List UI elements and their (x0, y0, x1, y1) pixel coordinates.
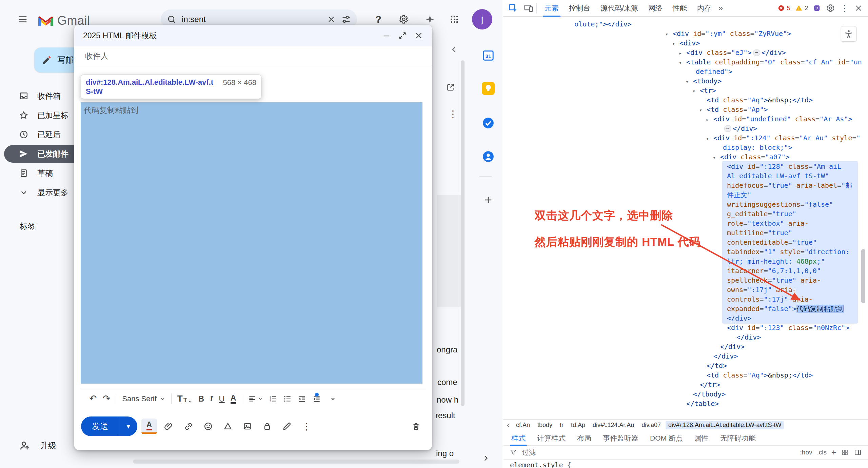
expand-arrow-open-icon[interactable]: ▾ (672, 39, 679, 48)
devtools-code-line[interactable]: defined"> (503, 67, 868, 76)
fullscreen-icon[interactable] (398, 31, 407, 40)
expand-arrow-open-icon[interactable]: ▾ (679, 58, 686, 67)
devtools-code-line[interactable]: ⋯</div> (503, 124, 868, 133)
message-body-editor[interactable]: 代码复制粘贴到 (81, 102, 422, 384)
main-menu-button[interactable] (14, 11, 32, 28)
tab-styles[interactable]: 样式 (507, 431, 530, 446)
devtools-code-line[interactable]: ▸<div class="eJ">⋯</div> (503, 48, 868, 57)
element-style-rule[interactable]: element.style { (510, 461, 571, 468)
devtools-code-line[interactable]: olute;"></div> (503, 19, 868, 29)
italic-button[interactable]: I (210, 394, 213, 403)
send-options-arrow[interactable]: ▾ (119, 416, 137, 436)
recipients-field[interactable]: 收件人 (74, 46, 432, 66)
devtools-code-line[interactable]: <td class="Aq">&nbsp;</td> (503, 370, 868, 380)
devtools-menu-button[interactable]: ⋮ (840, 3, 849, 14)
attach-file-button[interactable] (161, 419, 177, 434)
breadcrumb-item[interactable]: td.Ap (568, 421, 588, 429)
expand-arrow-closed-icon[interactable]: ▸ (679, 48, 686, 58)
devtools-code-line[interactable]: display: block;"> (503, 143, 868, 152)
devtools-code-line[interactable]: </table> (503, 399, 868, 408)
breadcrumb-item[interactable]: div.a07 (639, 421, 664, 429)
breadcrumb-scroll-left-icon[interactable] (505, 422, 512, 429)
align-menu[interactable] (248, 394, 263, 403)
toggle-hover-state[interactable]: :hov (800, 449, 812, 456)
open-in-new-button[interactable] (446, 83, 455, 91)
toggle-classes[interactable]: .cls (817, 449, 827, 456)
more-tabs-icon[interactable]: » (718, 3, 723, 13)
breadcrumb-item[interactable]: div#\:124.Ar.Au (590, 421, 637, 429)
expand-arrow-open-icon[interactable]: ▾ (686, 77, 693, 86)
insert-photo-button[interactable] (240, 419, 255, 434)
devtools-scrollbar-thumb[interactable] (861, 249, 865, 303)
devtools-code-line[interactable]: </tr> (503, 380, 868, 389)
collapse-panel-button[interactable] (450, 45, 459, 54)
devtools-code-line[interactable]: </div> (503, 313, 868, 323)
devtools-code-line[interactable]: writingsuggestions="false" (503, 200, 868, 209)
send-button[interactable]: 发送 ▾ (81, 416, 137, 436)
tab-console[interactable]: 控制台 (564, 0, 595, 17)
expand-arrow-open-icon[interactable]: ▾ (699, 105, 707, 115)
tab-dom-breakpoints[interactable]: DOM 断点 (645, 431, 688, 446)
more-options-button[interactable]: ⋮ (299, 419, 314, 434)
insert-signature-button[interactable] (279, 419, 295, 434)
more-formatting-icon[interactable] (329, 395, 337, 403)
warning-badge[interactable]: 2 (795, 4, 808, 12)
account-avatar[interactable]: j (472, 9, 492, 29)
devtools-close-button[interactable] (854, 4, 863, 12)
expand-arrow-closed-icon[interactable]: ▸ (706, 115, 713, 124)
devtools-code-line[interactable]: ▸<div id="undefined" class="Ar As"> (503, 114, 868, 124)
styles-filter-input[interactable] (522, 449, 795, 456)
tab-properties[interactable]: 属性 (690, 431, 713, 446)
message-more-button[interactable]: ⋮ (448, 108, 458, 120)
compose-header[interactable]: 2025 HTML 邮件模板 (74, 25, 432, 46)
underline-button[interactable]: U (219, 394, 224, 404)
tab-network[interactable]: 网络 (643, 0, 668, 17)
devtools-code-line[interactable]: Al editable LW-avf tS-tW" (503, 171, 868, 181)
tab-elements[interactable]: 元素 (539, 0, 564, 17)
issues-badge[interactable]: 2 (813, 4, 821, 12)
redo-icon[interactable]: ↷ (103, 394, 111, 403)
devtools-code-line[interactable]: </tbody> (503, 389, 868, 399)
formatting-options-button[interactable]: A (141, 419, 157, 434)
devtools-code-line[interactable]: </div> (503, 332, 868, 342)
upgrade-button[interactable]: 升级 (19, 440, 56, 451)
devtools-code-line[interactable]: ▾<table cellpadding="0" class="cf An" id… (503, 57, 868, 67)
breadcrumb-item[interactable]: div#\:128.Am.aiL.Al.editable.LW-avf.tS-t… (666, 421, 784, 429)
tab-memory[interactable]: 内存 (692, 0, 716, 17)
expand-arrow-open-icon[interactable]: ▾ (713, 153, 720, 162)
grid-toggle-icon[interactable] (841, 448, 849, 456)
inspect-element-button[interactable] (508, 3, 518, 13)
tab-sources[interactable]: 源代码/来源 (595, 0, 643, 17)
devtools-code-line[interactable]: <td class="Aq">&nbsp;</td> (503, 95, 868, 105)
devtools-code-line[interactable]: ▾<div id=":124" class="Ar Au" style=" (503, 133, 868, 143)
devtools-code-line[interactable]: ▾<div id=":ym" class="ZyRVue"> (503, 29, 868, 38)
breadcrumb-item[interactable]: cf.An (513, 421, 533, 429)
breadcrumb-item[interactable]: tr (557, 421, 566, 429)
confidential-mode-button[interactable] (259, 419, 275, 434)
error-badge[interactable]: 5 (777, 4, 791, 12)
devtools-code-line[interactable]: ▾<div class="a07"> (503, 152, 868, 162)
add-addon-button[interactable] (479, 190, 498, 209)
clear-search-icon[interactable] (327, 15, 336, 24)
insert-from-drive-button[interactable] (220, 419, 236, 434)
numbered-list-icon[interactable]: 123 (269, 394, 277, 403)
discard-draft-button[interactable] (408, 419, 424, 434)
tasks-app-button[interactable] (479, 114, 498, 133)
devtools-code-line[interactable]: hidefocus="true" aria-label="邮 (503, 181, 868, 190)
devtools-code-line[interactable]: </div> (503, 342, 868, 351)
accessibility-overlay-button[interactable] (841, 26, 856, 42)
devtools-code-line[interactable]: <div id=":128" class="Am aiL (503, 162, 868, 171)
devtools-settings-button[interactable] (826, 4, 835, 13)
horizontal-scrollbar[interactable] (133, 460, 459, 464)
expand-arrow-open-icon[interactable]: ▾ (692, 86, 700, 96)
text-color-button[interactable]: A (231, 394, 236, 404)
expand-arrow-open-icon[interactable]: ▾ (706, 134, 713, 143)
font-family-menu[interactable]: Sans Serif (122, 394, 165, 403)
bulleted-list-icon[interactable] (283, 394, 292, 403)
apps-grid-button[interactable] (446, 11, 463, 28)
devtools-code-line[interactable]: 件正文" (503, 190, 868, 200)
new-style-rule-button[interactable]: + (831, 448, 836, 457)
device-toolbar-button[interactable] (524, 3, 534, 13)
devtools-code-line[interactable]: ▾<tbody> (503, 76, 868, 86)
search-input[interactable] (182, 15, 321, 24)
